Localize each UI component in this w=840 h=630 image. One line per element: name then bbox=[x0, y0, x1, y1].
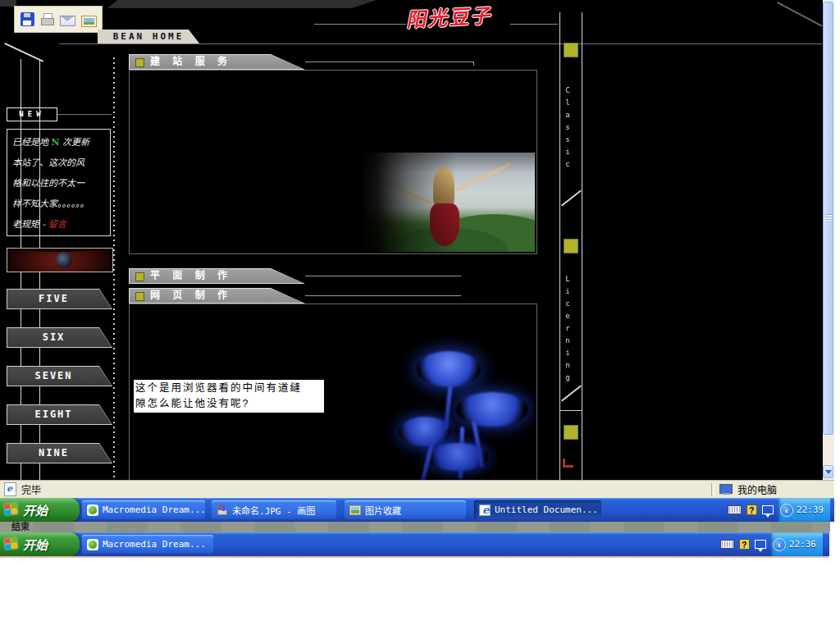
section-tail-line bbox=[305, 295, 461, 296]
section-header-graphic: 平 面 制 作 bbox=[129, 268, 305, 284]
section-bullet-icon bbox=[135, 292, 144, 301]
task-button-pictures[interactable]: 图片收藏 bbox=[345, 500, 466, 519]
image-viewer-icon[interactable] bbox=[81, 16, 97, 27]
collapse-icon[interactable]: ‹ bbox=[773, 538, 786, 551]
section-tail-line bbox=[305, 276, 461, 276]
task-label: 未命名.JPG - 画图 bbox=[232, 504, 315, 517]
mushroom-photo bbox=[377, 328, 536, 480]
system-tray-outer: ? ‹ 22:36 bbox=[720, 532, 823, 556]
clock: 22:39 bbox=[797, 504, 824, 515]
task-label: Macromedia Dream... bbox=[103, 539, 206, 550]
new-badge-line bbox=[57, 114, 112, 115]
sidebar-diagonal bbox=[4, 43, 43, 62]
scrollbar-thumb[interactable] bbox=[823, 2, 833, 435]
fragment-strip: 结束 bbox=[0, 522, 830, 532]
rail-square-middle bbox=[564, 239, 578, 253]
guestbook-link[interactable]: 留言 bbox=[48, 219, 66, 230]
status-text: 完毕 bbox=[21, 482, 41, 496]
menu-button-five[interactable]: FIVE bbox=[7, 289, 112, 309]
collapse-icon[interactable]: ‹ bbox=[780, 504, 793, 517]
rail-square-bottom bbox=[564, 425, 578, 440]
dreamweaver-icon bbox=[87, 539, 98, 550]
menu-button-eight[interactable]: EIGHT bbox=[7, 404, 112, 425]
dreamweaver-icon bbox=[87, 504, 98, 516]
mail-icon[interactable] bbox=[60, 16, 75, 26]
rail-diagonal-1 bbox=[561, 190, 582, 207]
notice-line-2: 本站了、这次的风 bbox=[12, 153, 110, 173]
menu-button-seven[interactable]: SEVEN bbox=[7, 366, 112, 386]
rail-square-top bbox=[564, 43, 578, 57]
save-icon[interactable] bbox=[21, 12, 34, 26]
print-icon[interactable] bbox=[40, 12, 54, 26]
task-button-dreamweaver-outer[interactable]: Macromedia Dream... bbox=[82, 535, 213, 554]
windows-logo-icon bbox=[4, 503, 19, 517]
notice-box: 已经是地 N 次更新 本站了、这次的风 格和以往的不太一 样不知大家。。。。。。… bbox=[7, 129, 111, 236]
mushroom-cap bbox=[456, 392, 528, 427]
tray-clock-panel: ‹ 22:36 bbox=[771, 532, 823, 556]
pictures-icon bbox=[349, 505, 361, 515]
top-right-diagonal bbox=[777, 2, 823, 27]
capture-edge-artifact bbox=[0, 556, 829, 558]
task-label: Macromedia Dream... bbox=[103, 504, 205, 515]
fragment-text: 结束 bbox=[11, 522, 30, 532]
task-button-dreamweaver[interactable]: Macromedia Dream... bbox=[82, 500, 205, 519]
section-bullet-icon bbox=[135, 272, 144, 281]
rail-hline bbox=[559, 410, 582, 411]
girl-photo bbox=[361, 153, 535, 252]
new-badge: NEW bbox=[7, 107, 57, 121]
windows-logo-icon bbox=[4, 537, 19, 551]
notice-line-4: 样不知大家。。。。。。 bbox=[12, 194, 110, 214]
section-tail-line bbox=[305, 62, 473, 62]
section-tail-tick bbox=[473, 62, 474, 66]
notice-line-5: 老规矩 - 留言 bbox=[12, 214, 110, 235]
ime-help-icon[interactable]: ? bbox=[739, 539, 750, 550]
seam-note-line-1: 这个是用浏览器看的中间有道缝 bbox=[135, 381, 322, 396]
task-button-paint[interactable]: 未命名.JPG - 画图 bbox=[212, 500, 336, 519]
taskbar-outer: 开始 Macromedia Dream... ? ‹ 22:36 bbox=[0, 532, 829, 556]
ime-help-icon[interactable]: ? bbox=[746, 504, 757, 515]
section-bullet-icon bbox=[135, 58, 144, 67]
eye-lid bbox=[7, 248, 112, 252]
menu-label: EIGHT bbox=[7, 404, 112, 425]
menu-label: NINE bbox=[7, 443, 112, 463]
header-rule bbox=[59, 43, 822, 44]
start-label: 开始 bbox=[23, 501, 48, 518]
mushroom-cap bbox=[399, 417, 451, 446]
tray-clock-panel: ‹ 22:39 bbox=[778, 498, 830, 522]
menu-label: SIX bbox=[7, 327, 112, 348]
menu-label: SEVEN bbox=[7, 366, 112, 386]
keyboard-icon[interactable] bbox=[720, 540, 734, 549]
section-header-webdesign: 网 页 制 作 bbox=[129, 288, 305, 304]
mushroom-cap bbox=[417, 351, 481, 387]
photo-vignette bbox=[361, 153, 535, 252]
eye-banner[interactable] bbox=[7, 248, 113, 272]
rail-label-classic: Classic bbox=[564, 86, 572, 189]
start-label: 开始 bbox=[23, 536, 48, 553]
start-button[interactable]: 开始 bbox=[0, 498, 80, 522]
seam-note-line-2: 隙怎么能让他没有呢? bbox=[135, 396, 322, 412]
menu-button-six[interactable]: SIX bbox=[7, 327, 112, 348]
scrollbar-down-button[interactable] bbox=[823, 465, 833, 478]
window-icon[interactable] bbox=[762, 505, 774, 514]
keyboard-icon[interactable] bbox=[728, 505, 742, 514]
status-zone: 我的电脑 bbox=[737, 482, 777, 496]
menu-button-nine[interactable]: NINE bbox=[7, 443, 112, 463]
rail-label-licerning: Licerning bbox=[564, 275, 572, 394]
window-icon[interactable] bbox=[755, 540, 766, 549]
paint-icon bbox=[217, 504, 228, 516]
notice-line-1: 已经是地 N 次更新 bbox=[12, 132, 110, 153]
site-logo: 阳光豆子 bbox=[405, 0, 522, 34]
status-separator bbox=[711, 483, 714, 496]
mushroom-cap bbox=[427, 443, 489, 471]
top-band-center bbox=[107, 0, 377, 8]
start-button-outer[interactable]: 开始 bbox=[0, 532, 80, 556]
taskbar-inner: 开始 Macromedia Dream... 未命名.JPG - 画图 图片收藏… bbox=[0, 498, 834, 522]
section-title: 建 站 服 务 bbox=[150, 54, 232, 70]
my-computer-icon bbox=[719, 484, 733, 495]
menu-label: FIVE bbox=[7, 289, 112, 309]
scrollbar-grip bbox=[826, 214, 832, 221]
tab-bean-home[interactable]: BEAN HOME bbox=[98, 30, 199, 43]
rail-red-corner bbox=[563, 459, 573, 468]
task-button-untitled-document[interactable]: Untitled Documen... bbox=[474, 500, 601, 519]
vertical-scrollbar[interactable] bbox=[823, 0, 834, 480]
